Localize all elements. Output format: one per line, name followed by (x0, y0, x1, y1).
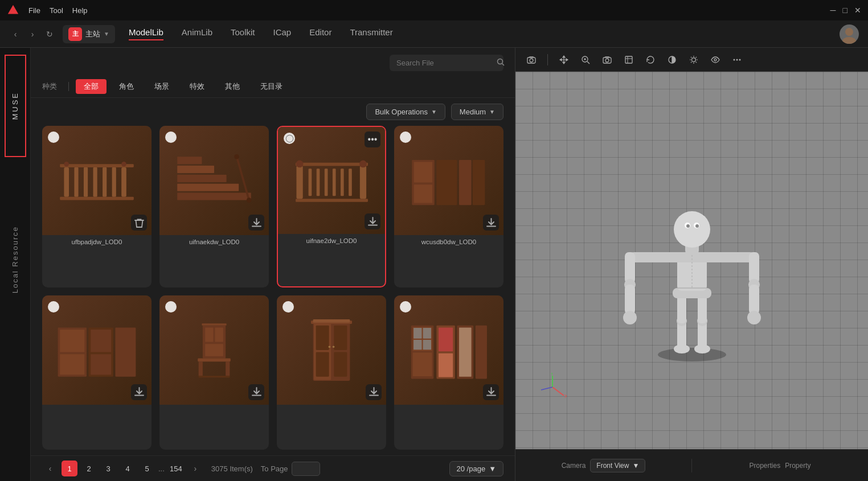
camera-view-arrow-icon: ▼ (632, 462, 639, 470)
cat-effects-button[interactable]: 特效 (182, 79, 212, 94)
card-select-checkbox[interactable] (284, 133, 295, 144)
camera-section: Camera Front View ▼ (515, 459, 692, 472)
menu-help[interactable]: Help (72, 6, 88, 15)
model-card[interactable] (277, 295, 386, 450)
sidebar-muse-panel[interactable]: MUSE (5, 55, 26, 157)
vp-contrast-icon[interactable] (665, 53, 679, 67)
viewport-bottom-panel: Camera Front View ▼ Properties Property (515, 449, 868, 481)
svg-rect-110 (749, 252, 759, 283)
user-avatar[interactable] (840, 24, 859, 44)
bulk-operations-button[interactable]: Bulk Operations ▼ (366, 104, 445, 120)
card-download-button[interactable] (366, 384, 382, 400)
tab-modellib[interactable]: ModelLib (129, 27, 163, 40)
cat-character-button[interactable]: 角色 (111, 79, 142, 94)
model-card[interactable]: ufbpadjdw_LOD0 (42, 126, 152, 287)
view-size-button[interactable]: Medium ▼ (451, 104, 503, 120)
page-1-button[interactable]: 1 (62, 461, 77, 476)
menu-file[interactable]: File (28, 6, 40, 15)
model-card-selected[interactable]: ••• uifnae2dw_LOD0 (277, 126, 386, 287)
nav-back-button[interactable]: ‹ (9, 28, 22, 40)
vp-brightness-icon[interactable] (687, 53, 701, 67)
svg-rect-31 (324, 168, 327, 196)
card-download-button[interactable] (365, 213, 380, 229)
model-card[interactable]: uifnaekdw_LOD0 (159, 126, 269, 287)
card-more-button[interactable]: ••• (365, 131, 380, 147)
svg-point-26 (296, 160, 303, 167)
vp-move-icon[interactable] (557, 53, 571, 67)
muse-label: MUSE (11, 92, 19, 120)
vp-rotate-icon[interactable] (644, 53, 657, 67)
model-card[interactable] (159, 295, 269, 450)
tab-transmitter[interactable]: Transmitter (350, 27, 392, 40)
tab-toolkit[interactable]: Toolkit (231, 27, 255, 40)
svg-point-93 (714, 59, 716, 61)
model-name (394, 405, 503, 412)
model-card[interactable] (394, 295, 503, 450)
vp-photo-icon[interactable] (600, 53, 614, 67)
prev-page-button[interactable]: ‹ (42, 461, 58, 476)
svg-point-115 (623, 311, 637, 324)
svg-line-3 (502, 64, 505, 66)
model-name (277, 405, 386, 412)
card-download-button[interactable] (131, 384, 147, 400)
card-delete-button[interactable] (131, 215, 147, 231)
svg-rect-109 (625, 252, 635, 283)
model-thumbnail: ••• (278, 127, 385, 234)
titlebar-left: File Tool Help (7, 4, 88, 17)
site-selector[interactable]: 主 主站 ▼ (63, 25, 115, 43)
vp-more-icon[interactable] (730, 53, 744, 67)
nav-forward-button[interactable]: › (26, 28, 39, 40)
to-page-label: To Page (261, 464, 288, 473)
card-select-checkbox[interactable] (48, 301, 59, 313)
search-input[interactable] (396, 59, 492, 67)
nav-refresh-button[interactable]: ↻ (43, 28, 56, 40)
menu-tool[interactable]: Tool (50, 6, 63, 15)
tab-editor[interactable]: Editor (309, 27, 331, 40)
category-label: 种类 (42, 81, 57, 92)
close-button[interactable]: ✕ (854, 6, 861, 15)
model-card[interactable] (42, 295, 152, 450)
card-select-checkbox[interactable] (282, 301, 294, 313)
cat-all-button[interactable]: 全部 (76, 79, 107, 94)
minimize-button[interactable]: ─ (830, 6, 836, 15)
model-card[interactable]: wcusdb0dw_LOD0 (394, 126, 503, 287)
vp-frame-icon[interactable] (622, 53, 636, 67)
svg-point-121 (686, 224, 690, 228)
next-page-button[interactable]: › (187, 461, 203, 476)
page-3-button[interactable]: 3 (100, 461, 116, 476)
cat-other-button[interactable]: 其他 (217, 79, 248, 94)
card-select-checkbox[interactable] (165, 131, 177, 143)
camera-view-selector[interactable]: Front View ▼ (590, 459, 645, 472)
card-select-checkbox[interactable] (48, 131, 59, 143)
model-preview (290, 309, 372, 391)
site-icon: 主 (68, 27, 82, 41)
sidebar-local-panel[interactable]: Local Resource (5, 203, 26, 316)
card-download-button[interactable] (248, 215, 264, 231)
bulk-operations-arrow-icon: ▼ (431, 109, 437, 115)
vp-zoom-icon[interactable] (579, 53, 592, 67)
card-select-checkbox[interactable] (165, 301, 177, 313)
model-preview (56, 139, 138, 221)
card-download-button[interactable] (483, 384, 499, 400)
card-select-checkbox[interactable] (400, 301, 411, 313)
vp-eye-icon[interactable] (709, 53, 722, 67)
card-download-button[interactable] (248, 384, 264, 400)
page-5-button[interactable]: 5 (139, 461, 155, 476)
card-select-checkbox[interactable] (400, 131, 411, 143)
maximize-button[interactable]: □ (843, 6, 847, 15)
cat-scene-button[interactable]: 场景 (146, 79, 177, 94)
page-4-button[interactable]: 4 (120, 461, 136, 476)
tab-animlib[interactable]: AnimLib (182, 27, 212, 40)
vp-camera-icon[interactable] (525, 53, 538, 67)
viewport-toolbar (515, 48, 868, 72)
per-page-selector[interactable]: 20 /page ▼ (449, 461, 503, 476)
svg-rect-75 (413, 352, 432, 376)
page-go-input[interactable] (292, 462, 320, 476)
page-2-button[interactable]: 2 (81, 461, 97, 476)
svg-rect-77 (439, 327, 453, 351)
svg-point-122 (695, 224, 699, 228)
card-download-button[interactable] (483, 215, 499, 231)
page-last-button[interactable]: 154 (168, 461, 184, 476)
cat-uncategorized-button[interactable]: 无目录 (252, 79, 290, 94)
tab-icap[interactable]: ICap (273, 27, 292, 40)
